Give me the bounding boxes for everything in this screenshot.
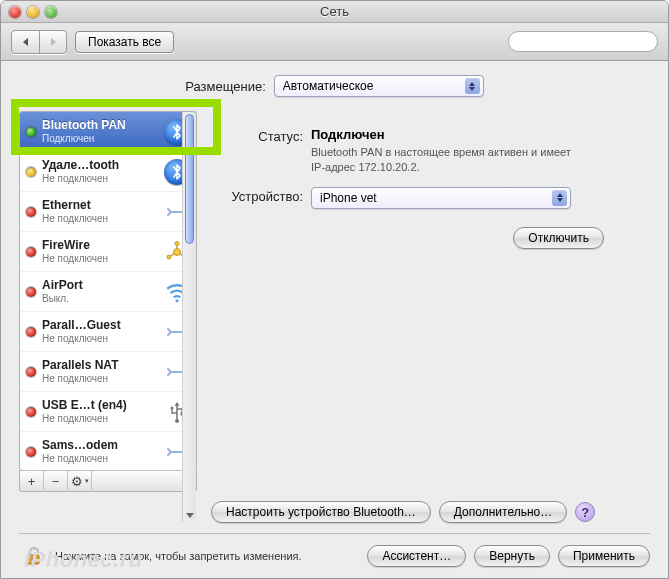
footer-buttons: Ассистент… Вернуть Применить <box>367 545 650 567</box>
service-name: Bluetooth PAN <box>42 119 158 132</box>
show-all-button[interactable]: Показать все <box>75 31 174 53</box>
titlebar: Сеть <box>1 1 668 23</box>
service-name: FireWire <box>42 239 158 252</box>
service-name: AirPort <box>42 279 158 292</box>
back-button[interactable] <box>12 31 39 53</box>
sidebar-item[interactable]: AirPortВыкл. <box>20 272 196 312</box>
status-dot <box>26 207 36 217</box>
help-button[interactable]: ? <box>575 502 595 522</box>
svg-point-15 <box>170 406 173 409</box>
service-status: Не подключен <box>42 373 158 384</box>
window-title: Сеть <box>1 4 668 19</box>
configure-bluetooth-button[interactable]: Настроить устройство Bluetooth… <box>211 501 431 523</box>
svg-point-6 <box>167 255 171 259</box>
service-name: Ethernet <box>42 199 158 212</box>
forward-button[interactable] <box>39 31 66 53</box>
location-row: Размещение: Автоматическое <box>19 75 650 97</box>
sidebar-item-text: Bluetooth PANПодключен <box>42 119 158 143</box>
close-window-button[interactable] <box>9 6 21 18</box>
sidebar-item[interactable]: Parall…GuestНе подключен <box>20 312 196 352</box>
add-service-button[interactable]: + <box>20 470 44 492</box>
status-dot <box>26 287 36 297</box>
sidebar-item[interactable]: Bluetooth PANПодключен <box>20 112 196 152</box>
status-value: Подключен <box>311 127 650 142</box>
svg-marker-0 <box>23 38 28 46</box>
sidebar-footer: + − ⚙▾ <box>19 470 197 492</box>
device-value: iPhone vet <box>320 191 377 205</box>
disconnect-button[interactable]: Отключить <box>513 227 604 249</box>
status-dot <box>26 247 36 257</box>
content: Размещение: Автоматическое Bluetooth PAN… <box>1 61 668 578</box>
window: Сеть Показать все Размещение: Автоматиче… <box>0 0 669 579</box>
service-actions-button[interactable]: ⚙▾ <box>68 470 92 492</box>
sidebar-item[interactable]: EthernetНе подключен <box>20 192 196 232</box>
services-list[interactable]: Bluetooth PANПодключенУдале…toothНе подк… <box>20 112 196 470</box>
location-popup[interactable]: Автоматическое <box>274 75 484 97</box>
sidebar-item[interactable]: Parallels NATНе подключен <box>20 352 196 392</box>
svg-point-13 <box>175 419 179 423</box>
toolbar: Показать все <box>1 23 668 61</box>
lock-button[interactable] <box>19 542 47 570</box>
minimize-window-button[interactable] <box>27 6 39 18</box>
status-label: Статус: <box>211 127 311 175</box>
service-status: Не подключен <box>42 253 158 264</box>
sidebar: Bluetooth PANПодключенУдале…toothНе подк… <box>19 111 197 471</box>
footer-row: Нажмите на замок, чтобы запретить измене… <box>19 542 650 570</box>
service-status: Не подключен <box>42 173 158 184</box>
sidebar-scrollbar[interactable] <box>182 112 196 471</box>
service-status: Не подключен <box>42 333 158 344</box>
status-description: Bluetooth PAN в настоящее время активен … <box>311 145 571 175</box>
sidebar-item-text: Sams…odemНе подключен <box>42 439 158 463</box>
status-dot <box>26 327 36 337</box>
search-input[interactable] <box>519 36 657 48</box>
gear-icon: ⚙ <box>71 474 83 489</box>
revert-button[interactable]: Вернуть <box>474 545 550 567</box>
sidebar-wrap: Bluetooth PANПодключенУдале…toothНе подк… <box>19 111 197 523</box>
status-field: Статус: Подключен Bluetooth PAN в настоя… <box>211 127 650 175</box>
search-field[interactable] <box>508 31 658 52</box>
service-status: Не подключен <box>42 213 158 224</box>
apply-button[interactable]: Применить <box>558 545 650 567</box>
svg-point-11 <box>175 299 178 302</box>
service-name: Удале…tooth <box>42 159 158 172</box>
zoom-window-button[interactable] <box>45 6 57 18</box>
sidebar-item[interactable]: Sams…odemНе подключен <box>20 432 196 470</box>
location-value: Автоматическое <box>283 79 374 93</box>
assistant-button[interactable]: Ассистент… <box>367 545 466 567</box>
service-status: Не подключен <box>42 453 158 464</box>
device-field: Устройство: iPhone vet <box>211 187 650 209</box>
sidebar-item[interactable]: FireWireНе подключен <box>20 232 196 272</box>
status-dot <box>26 407 36 417</box>
detail-bottom-buttons: Настроить устройство Bluetooth… Дополнит… <box>211 501 650 523</box>
sidebar-item[interactable]: USB E…t (en4)Не подключен <box>20 392 196 432</box>
sidebar-item-text: USB E…t (en4)Не подключен <box>42 399 158 423</box>
detail-pane: Статус: Подключен Bluetooth PAN в настоя… <box>211 111 650 523</box>
service-status: Не подключен <box>42 413 158 424</box>
remove-service-button[interactable]: − <box>44 470 68 492</box>
device-popup[interactable]: iPhone vet <box>311 187 571 209</box>
sidebar-item-text: Удале…toothНе подключен <box>42 159 158 183</box>
sidebar-item-text: FireWireНе подключен <box>42 239 158 263</box>
service-name: Parallels NAT <box>42 359 158 372</box>
svg-point-17 <box>32 558 35 561</box>
traffic-lights <box>9 6 57 18</box>
sidebar-item[interactable]: Удале…toothНе подключен <box>20 152 196 192</box>
sidebar-item-text: EthernetНе подключен <box>42 199 158 223</box>
status-dot <box>26 167 36 177</box>
separator <box>19 533 650 534</box>
advanced-button[interactable]: Дополнительно… <box>439 501 567 523</box>
chevron-down-icon: ▾ <box>85 477 89 485</box>
status-dot <box>26 447 36 457</box>
status-dot <box>26 367 36 377</box>
scrollbar-thumb[interactable] <box>185 114 194 244</box>
main-split: Bluetooth PANПодключенУдале…toothНе подк… <box>19 111 650 523</box>
svg-line-9 <box>171 253 174 256</box>
service-name: Sams…odem <box>42 439 158 452</box>
sidebar-item-text: AirPortВыкл. <box>42 279 158 303</box>
svg-point-4 <box>174 248 181 255</box>
service-name: USB E…t (en4) <box>42 399 158 412</box>
lock-text: Нажмите на замок, чтобы запретить измене… <box>55 550 359 562</box>
nav-segment <box>11 30 67 54</box>
location-label: Размещение: <box>185 79 266 94</box>
service-status: Выкл. <box>42 293 158 304</box>
